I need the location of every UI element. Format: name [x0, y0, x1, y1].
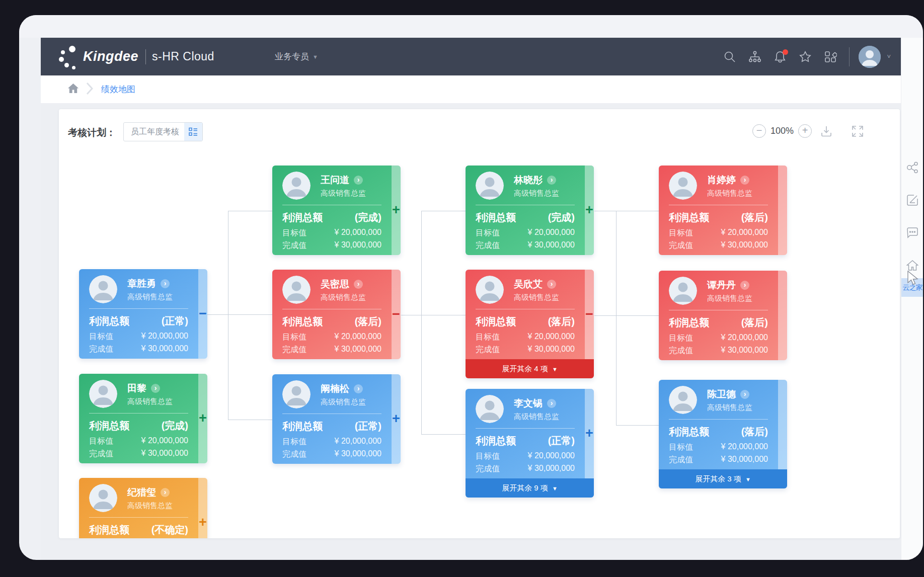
employee-name[interactable]: 田黎: [127, 382, 146, 395]
detail-arrow-icon[interactable]: ›: [161, 488, 170, 497]
logo-divider: [145, 49, 146, 64]
plan-select[interactable]: 员工年度考核: [123, 122, 203, 141]
performance-card[interactable]: 田黎 › 高级销售总监 利润总额 (完成) 目标值 ¥ 20,000,000 完…: [79, 374, 207, 463]
performance-card[interactable]: 阚楠松 › 高级销售总监 利润总额 (正常) 目标值 ¥ 20,000,000 …: [272, 374, 401, 464]
connector-line: [616, 211, 617, 425]
download-icon[interactable]: [820, 125, 833, 138]
expand-rest-label: 展开其余 3 项: [695, 474, 741, 483]
performance-card[interactable]: 吴欣艾 › 高级销售总监 利润总额 (落后) 目标值 ¥ 20,000,000 …: [466, 270, 594, 378]
zoom-in-button[interactable]: +: [798, 124, 812, 138]
target-value: ¥ 20,000,000: [141, 332, 188, 342]
edit-icon[interactable]: [906, 194, 919, 207]
status-badge: (不确定): [151, 523, 188, 537]
share-icon[interactable]: [906, 161, 919, 174]
expand-node-button[interactable]: +: [390, 411, 402, 427]
employee-name[interactable]: 肖婷婷: [707, 174, 736, 187]
card-side-strip: [778, 380, 787, 469]
detail-arrow-icon[interactable]: ›: [547, 280, 556, 289]
employee-name[interactable]: 王问道: [321, 174, 349, 187]
performance-card[interactable]: 吴密思 › 高级销售总监 利润总额 (落后) 目标值 ¥ 20,000,000 …: [272, 270, 401, 359]
target-value: ¥ 20,000,000: [721, 442, 768, 453]
collapse-node-button[interactable]: −: [197, 306, 209, 321]
collapse-node-button[interactable]: −: [583, 307, 595, 322]
employee-name[interactable]: 李文锡: [514, 397, 543, 410]
employee-name[interactable]: 纪猎玺: [127, 486, 156, 499]
connector-line: [594, 211, 659, 211]
performance-card[interactable]: 纪猎玺 › 高级销售总监 利润总额 (不确定) 目标值 ¥ 20,000,000…: [79, 478, 207, 538]
metric-label: 利润总额: [476, 315, 516, 328]
target-value: ¥ 20,000,000: [721, 333, 768, 344]
role-switcher[interactable]: 业务专员 ▼: [275, 51, 318, 62]
caret-down-icon: ▼: [745, 476, 751, 482]
done-label: 完成值: [89, 344, 113, 355]
page-content: 考核计划： 员工年度考核 − 100% +: [41, 103, 901, 560]
status-badge: (落后): [355, 315, 381, 328]
expand-rest-button[interactable]: 展开其余 3 项▼: [659, 469, 787, 488]
connector-line: [421, 211, 422, 434]
performance-card[interactable]: 林晓彤 › 高级销售总监 利润总额 (完成) 目标值 ¥ 20,000,000 …: [466, 166, 594, 255]
expand-node-button[interactable]: +: [197, 411, 209, 426]
metric-label: 利润总额: [476, 211, 516, 224]
expand-node-button[interactable]: +: [390, 203, 402, 218]
detail-arrow-icon[interactable]: ›: [161, 279, 170, 288]
utility-sidebar: 云之家: [901, 38, 923, 560]
performance-card[interactable]: 李文锡 › 高级销售总监 利润总额 (正常) 目标值 ¥ 20,000,000 …: [466, 389, 594, 498]
target-value: ¥ 20,000,000: [721, 228, 768, 238]
detail-arrow-icon[interactable]: ›: [547, 399, 556, 408]
expand-rest-button[interactable]: 展开其余 9 项▼: [466, 478, 594, 498]
detail-arrow-icon[interactable]: ›: [354, 176, 363, 185]
connector-line: [228, 211, 272, 211]
user-avatar[interactable]: [859, 46, 881, 68]
org-chart-icon[interactable]: [748, 50, 761, 63]
expand-node-button[interactable]: +: [197, 515, 209, 530]
breadcrumb-page-title[interactable]: 绩效地图: [101, 84, 135, 95]
done-value: ¥ 30,000,000: [721, 240, 768, 251]
detail-arrow-icon[interactable]: ›: [740, 390, 749, 399]
chevron-down-icon[interactable]: ˅: [887, 53, 891, 60]
employee-name[interactable]: 谭丹丹: [707, 279, 736, 292]
comment-icon[interactable]: [906, 226, 919, 239]
plan-list-icon[interactable]: [184, 123, 202, 141]
performance-card[interactable]: 王问道 › 高级销售总监 利润总额 (完成) 目标值 ¥ 20,000,000 …: [272, 166, 401, 255]
employee-name[interactable]: 林晓彤: [514, 174, 543, 187]
zoom-level: 100%: [771, 126, 794, 136]
card-side-strip: [778, 166, 787, 255]
employee-name[interactable]: 吴密思: [321, 278, 349, 291]
expand-rest-button[interactable]: 展开其余 4 项▼: [466, 359, 594, 378]
detail-arrow-icon[interactable]: ›: [354, 384, 363, 393]
detail-arrow-icon[interactable]: ›: [740, 281, 749, 290]
status-badge: (正常): [162, 314, 188, 328]
done-value: ¥ 30,000,000: [141, 344, 188, 355]
done-value: ¥ 30,000,000: [721, 455, 768, 465]
detail-arrow-icon[interactable]: ›: [740, 176, 749, 185]
caret-down-icon: ▼: [552, 366, 558, 372]
apps-grid-icon[interactable]: [824, 50, 837, 63]
performance-card[interactable]: 肖婷婷 › 高级销售总监 利润总额 (落后) 目标值 ¥ 20,000,000 …: [659, 166, 787, 255]
target-label: 目标值: [282, 437, 306, 447]
connector-line: [616, 425, 659, 426]
employee-avatar: [282, 172, 311, 200]
employee-avatar: [282, 380, 311, 408]
metric-label: 利润总额: [669, 316, 709, 329]
done-value: ¥ 30,000,000: [335, 449, 381, 460]
collapse-node-button[interactable]: −: [390, 307, 402, 322]
expand-node-button[interactable]: +: [583, 203, 595, 218]
search-icon[interactable]: [723, 50, 736, 63]
performance-card[interactable]: 章胜勇 › 高级销售总监 利润总额 (正常) 目标值 ¥ 20,000,000 …: [79, 269, 207, 359]
connector-line: [228, 420, 272, 420]
detail-arrow-icon[interactable]: ›: [547, 176, 556, 185]
detail-arrow-icon[interactable]: ›: [354, 280, 363, 289]
fullscreen-icon[interactable]: [851, 125, 864, 138]
performance-card[interactable]: 陈卫德 › 高级销售总监 利润总额 (落后) 目标值 ¥ 20,000,000 …: [659, 380, 787, 488]
employee-name[interactable]: 章胜勇: [127, 277, 156, 290]
employee-name[interactable]: 吴欣艾: [514, 278, 543, 291]
employee-name[interactable]: 阚楠松: [321, 382, 349, 395]
detail-arrow-icon[interactable]: ›: [151, 384, 160, 393]
zoom-out-button[interactable]: −: [752, 124, 766, 138]
performance-card[interactable]: 谭丹丹 › 高级销售总监 利润总额 (落后) 目标值 ¥ 20,000,000 …: [659, 271, 787, 360]
employee-name[interactable]: 陈卫德: [707, 388, 736, 401]
home-icon[interactable]: [67, 83, 79, 96]
expand-node-button[interactable]: +: [583, 426, 595, 441]
star-icon[interactable]: [799, 50, 812, 63]
notification-bell-icon[interactable]: [774, 50, 787, 63]
